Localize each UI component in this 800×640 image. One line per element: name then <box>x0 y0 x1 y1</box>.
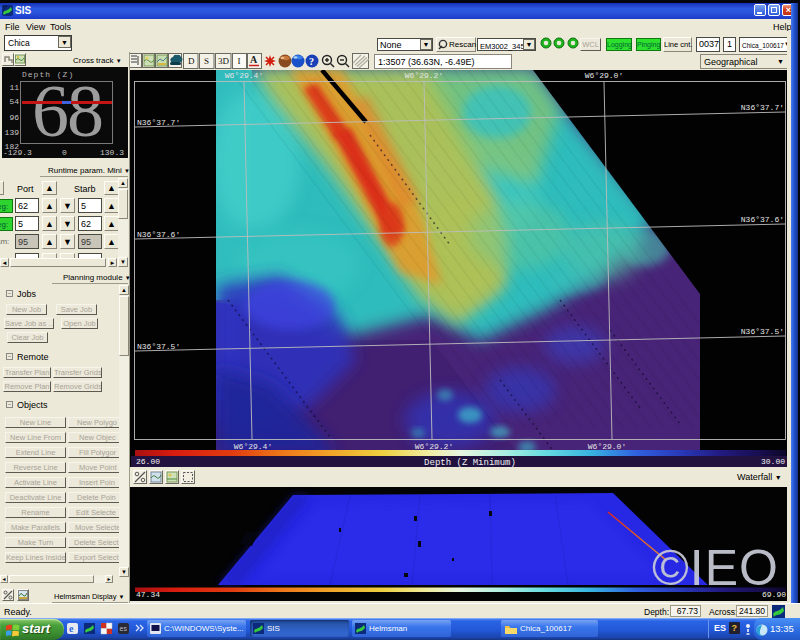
svg-text:N36°37.7': N36°37.7' <box>137 118 180 127</box>
svg-text:D: D <box>188 56 195 66</box>
svg-text:S: S <box>204 56 209 66</box>
svg-text:N36°37.5': N36°37.5' <box>741 327 784 336</box>
svg-text:3D: 3D <box>218 56 230 66</box>
svg-text:W6°29.0': W6°29.0' <box>588 442 626 451</box>
svg-text:?: ? <box>309 56 314 67</box>
svg-text:W6°29.0': W6°29.0' <box>585 71 623 80</box>
svg-text:N36°37.6': N36°37.6' <box>137 230 180 239</box>
svg-text:N36°37.7': N36°37.7' <box>741 103 784 112</box>
svg-text:47.34: 47.34 <box>136 590 160 599</box>
svg-text:I: I <box>238 56 241 66</box>
svg-text:©IEO: ©IEO <box>652 540 779 596</box>
svg-text:W6°29.4': W6°29.4' <box>225 71 263 80</box>
svg-text:W6°29.2': W6°29.2' <box>405 71 443 80</box>
svg-text:W6°29.4': W6°29.4' <box>234 442 272 451</box>
svg-text:e: e <box>69 623 74 634</box>
svg-text:26.00: 26.00 <box>136 457 160 466</box>
svg-text:Depth (Z Minimum): Depth (Z Minimum) <box>424 458 516 468</box>
svg-text:W6°29.2': W6°29.2' <box>415 442 453 451</box>
svg-text:30.00: 30.00 <box>761 457 785 466</box>
svg-text:N36°37.5': N36°37.5' <box>137 342 180 351</box>
svg-text:es: es <box>120 625 128 632</box>
svg-text:A: A <box>250 54 258 65</box>
svg-text:N36°37.6': N36°37.6' <box>741 215 784 224</box>
